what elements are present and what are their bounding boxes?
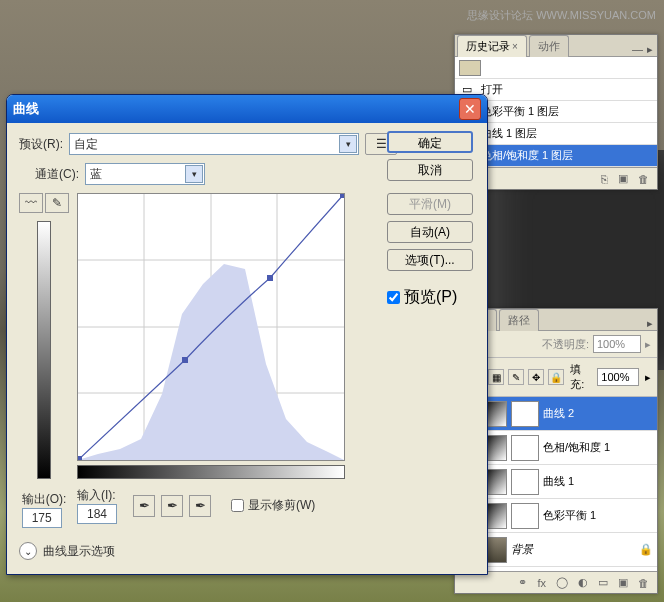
- fill-label: 填充:: [570, 362, 591, 392]
- curve-point[interactable]: [340, 194, 344, 198]
- preset-value: 自定: [74, 136, 98, 153]
- input-gradient: [77, 465, 345, 479]
- new-doc-icon[interactable]: ▣: [618, 172, 628, 185]
- show-clipping-label: 显示修剪(W): [248, 497, 315, 514]
- tab-close-icon[interactable]: ×: [512, 41, 518, 52]
- expand-icon[interactable]: ⌄: [19, 542, 37, 560]
- trash-icon[interactable]: 🗑: [638, 577, 649, 589]
- ok-button[interactable]: 确定: [387, 131, 473, 153]
- curves-dialog: 曲线 ✕ 预设(R): 自定 ▾ ☰ 通道(C): 蓝 ▾ 〰 ✎: [6, 94, 488, 575]
- tab-actions[interactable]: 动作: [529, 35, 569, 57]
- layer-name[interactable]: 色相/饱和度 1: [543, 440, 653, 455]
- mask-thumb[interactable]: [511, 469, 539, 495]
- mask-icon[interactable]: ◯: [556, 576, 568, 589]
- auto-button[interactable]: 自动(A): [387, 221, 473, 243]
- lock-trans-icon[interactable]: ▦: [488, 369, 504, 385]
- channel-value: 蓝: [90, 166, 102, 183]
- dialog-titlebar[interactable]: 曲线 ✕: [7, 95, 487, 123]
- opacity-input[interactable]: 100%: [593, 335, 641, 353]
- preview-label: 预览(P): [404, 287, 457, 308]
- dialog-title: 曲线: [13, 100, 459, 118]
- new-layer-icon[interactable]: ▣: [618, 576, 628, 589]
- group-icon[interactable]: ▭: [598, 576, 608, 589]
- curve-point[interactable]: [78, 456, 82, 460]
- histogram: [78, 264, 344, 460]
- lock-paint-icon[interactable]: ✎: [508, 369, 524, 385]
- output-gradient: [37, 221, 51, 479]
- preview-check[interactable]: [387, 291, 400, 304]
- fx-icon[interactable]: fx: [537, 577, 546, 589]
- history-thumb-row[interactable]: [455, 57, 657, 79]
- trash-icon[interactable]: 🗑: [638, 173, 649, 185]
- new-snapshot-icon[interactable]: ⎘: [601, 173, 608, 185]
- show-clipping-check[interactable]: [231, 499, 244, 512]
- preset-label: 预设(R):: [19, 136, 63, 153]
- expander-label: 曲线显示选项: [43, 543, 115, 560]
- curve-point-selected[interactable]: [267, 275, 273, 281]
- preset-combo[interactable]: 自定 ▾: [69, 133, 359, 155]
- document-thumb: [459, 60, 481, 76]
- mask-thumb[interactable]: [511, 503, 539, 529]
- eyedropper-white-icon[interactable]: ✒: [189, 495, 211, 517]
- output-label: 输出(O):: [22, 491, 67, 508]
- smooth-button[interactable]: 平滑(M): [387, 193, 473, 215]
- menu-icon[interactable]: ▸: [647, 317, 653, 330]
- input-input[interactable]: 184: [77, 504, 117, 524]
- layer-name[interactable]: 色彩平衡 1: [543, 508, 653, 523]
- eyedropper-gray-icon[interactable]: ✒: [161, 495, 183, 517]
- chevron-down-icon[interactable]: ▾: [185, 165, 203, 183]
- mask-thumb[interactable]: [511, 401, 539, 427]
- channel-combo[interactable]: 蓝 ▾: [85, 163, 205, 185]
- fill-input[interactable]: 100%: [597, 368, 639, 386]
- chevron-down-icon[interactable]: ▾: [339, 135, 357, 153]
- show-clipping-checkbox[interactable]: 显示修剪(W): [231, 497, 315, 514]
- chevron-down-icon[interactable]: ▸: [645, 371, 651, 384]
- minimize-icon[interactable]: —: [632, 43, 643, 56]
- output-input[interactable]: 175: [22, 508, 62, 528]
- channel-label: 通道(C):: [35, 166, 79, 183]
- menu-icon[interactable]: ▸: [647, 43, 653, 56]
- link-icon[interactable]: ⚭: [518, 576, 527, 589]
- tab-history[interactable]: 历史记录×: [457, 35, 527, 57]
- preview-checkbox[interactable]: 预览(P): [387, 287, 473, 308]
- curve-pencil-tool[interactable]: ✎: [45, 193, 69, 213]
- lock-move-icon[interactable]: ✥: [528, 369, 544, 385]
- eyedropper-black-icon[interactable]: ✒: [133, 495, 155, 517]
- layer-name[interactable]: 曲线 1: [543, 474, 653, 489]
- cancel-button[interactable]: 取消: [387, 159, 473, 181]
- curve-point-tool[interactable]: 〰: [19, 193, 43, 213]
- curve-point[interactable]: [182, 357, 188, 363]
- mask-thumb[interactable]: [511, 435, 539, 461]
- layer-name[interactable]: 背景: [511, 542, 635, 557]
- close-icon[interactable]: ✕: [459, 98, 481, 120]
- lock-icon: 🔒: [639, 543, 653, 556]
- lock-all-icon[interactable]: 🔒: [548, 369, 564, 385]
- watermark: 思缘设计论坛 WWW.MISSYUAN.COM: [467, 8, 656, 23]
- curves-graph[interactable]: [77, 193, 345, 461]
- chevron-down-icon[interactable]: ▸: [645, 338, 651, 351]
- adjustment-icon[interactable]: ◐: [578, 576, 588, 589]
- opacity-label: 不透明度:: [542, 337, 589, 352]
- tab-paths[interactable]: 路径: [499, 309, 539, 331]
- layer-name[interactable]: 曲线 2: [543, 406, 653, 421]
- options-button[interactable]: 选项(T)...: [387, 249, 473, 271]
- input-label: 输入(I):: [77, 487, 117, 504]
